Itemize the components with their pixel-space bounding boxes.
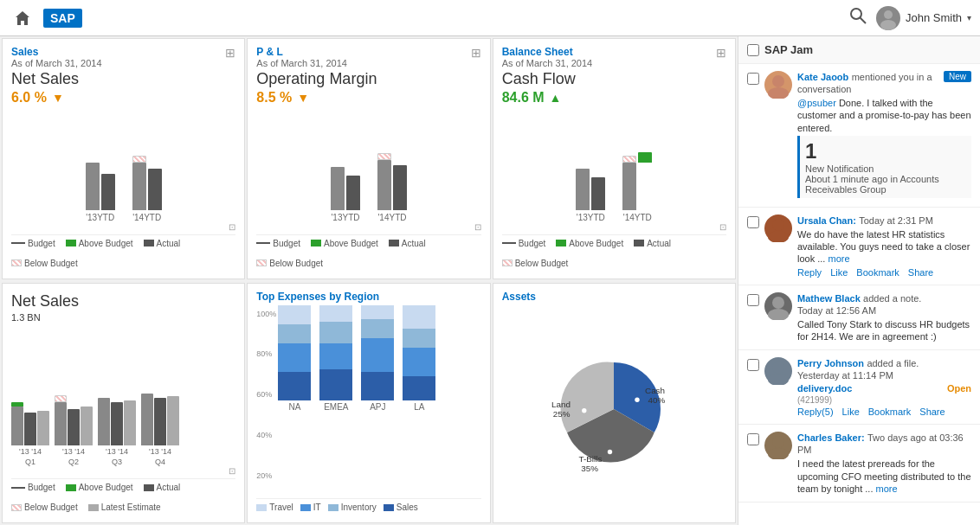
legend-sales: Sales [384, 503, 418, 512]
emea-inventory [319, 322, 352, 343]
q3-group: '13 '14 Q3 [98, 376, 136, 466]
mathew-name[interactable]: Mathew Black [797, 293, 861, 304]
bal-below-pattern [502, 259, 513, 266]
perry-reply[interactable]: Reply(5) [797, 407, 834, 417]
expenses-legend: Travel IT Inventory Sales [256, 498, 480, 515]
balance-title-block: Balance Sheet As of March 31, 2014 [502, 46, 593, 68]
ursala-row: Ursala Chan: Today at 2:31 PM We do have… [747, 214, 971, 278]
sales-kpi-label: Net Sales [11, 70, 235, 88]
ursala-name[interactable]: Ursala Chan: [797, 215, 856, 226]
bar-group-13ytd: '13YTD [86, 150, 115, 222]
charles-name[interactable]: Charles Baker: [797, 432, 865, 443]
user-name: John Smith [906, 11, 962, 24]
pl-bar-budget-14 [377, 160, 391, 210]
kate-checkbox[interactable] [747, 73, 759, 85]
perry-name[interactable]: Perry Johnson [797, 358, 864, 368]
charles-text: I need the latest prereads for the upcom… [797, 458, 971, 495]
ursala-reply[interactable]: Reply [797, 267, 822, 278]
balance-expand-icon[interactable]: ⊡ [502, 222, 726, 232]
ursala-checkbox[interactable] [747, 216, 759, 228]
kate-row: Kate Jaoob mentioned you in a conversati… [747, 71, 971, 200]
apj-travel [361, 305, 394, 320]
net-sales-q-label: Net Sales [11, 292, 235, 311]
sales-settings-icon[interactable]: ⊞ [225, 46, 235, 60]
na-sales [278, 372, 311, 400]
q4-estimate [167, 396, 179, 445]
q2-quarter: Q2 [68, 458, 79, 466]
svg-point-3 [880, 20, 896, 30]
perry-share[interactable]: Share [919, 407, 945, 417]
apj-inventory [361, 319, 394, 338]
ursala-share[interactable]: Share [908, 267, 933, 278]
charles-more[interactable]: more [876, 483, 898, 494]
balance-subtitle: As of March 31, 2014 [502, 58, 593, 68]
perry-checkbox[interactable] [747, 359, 759, 371]
perry-bookmark[interactable]: Bookmark [868, 407, 912, 417]
svg-point-2 [884, 10, 893, 19]
pl-settings-icon[interactable]: ⊞ [471, 46, 481, 60]
legend-above-budget: Above Budget [66, 239, 133, 248]
sales-expand-icon[interactable]: ⊡ [11, 222, 235, 232]
bal-legend-below: Below Budget [502, 259, 569, 268]
pl-expand-icon[interactable]: ⊡ [256, 222, 480, 232]
user-menu-chevron: ▾ [967, 13, 971, 22]
balance-legend: Budget Above Budget Actual Below Budget [502, 234, 726, 272]
pl-tile-header: P & L As of March 31, 2014 ⊞ [256, 46, 480, 68]
svg-point-12 [772, 436, 784, 448]
perry-file-open[interactable]: Open [947, 383, 971, 394]
ursala-bookmark[interactable]: Bookmark [856, 267, 899, 278]
pl-kpi-value: 8.5 % [256, 90, 292, 106]
perry-like[interactable]: Like [842, 407, 860, 417]
balance-bar-above [638, 152, 652, 163]
sidebar-select-all[interactable] [747, 44, 759, 56]
nsq-above: Above Budget [66, 483, 133, 492]
user-menu[interactable]: John Smith ▾ [876, 6, 971, 30]
ursala-more[interactable]: more [828, 253, 849, 264]
sales-title: Sales [11, 46, 102, 58]
kate-text: @psuber Done. I talked with the customer… [797, 97, 971, 134]
balance-settings-icon[interactable]: ⊞ [716, 46, 726, 60]
q2-budget [55, 402, 67, 445]
notif-sub: About 1 minute ago in Accounts Receivabl… [805, 174, 966, 195]
tbills-pct: 35% [582, 464, 599, 473]
q2-group: '13 '14 Q2 [55, 376, 93, 466]
q3-quarter: Q3 [112, 458, 122, 466]
pl-bar-budget-13 [331, 167, 345, 210]
nsq-below: Below Budget [11, 503, 78, 512]
mathew-checkbox[interactable] [747, 294, 759, 306]
perry-time: Yesterday at 11:14 PM [797, 370, 893, 381]
sidebar-header: SAP Jam [738, 36, 980, 64]
net-sales-q-expand[interactable]: ⊡ [11, 466, 235, 476]
la-sales [403, 376, 435, 400]
pl-bar-below [377, 153, 391, 160]
na-inventory [278, 324, 311, 343]
q1-quarter: Q1 [25, 458, 35, 466]
legend-budget: Budget [11, 239, 55, 248]
perry-file-name[interactable]: delivery.doc [797, 383, 852, 394]
pl-above-box [311, 240, 321, 246]
main-content: Sales As of March 31, 2014 ⊞ Net Sales 6… [0, 36, 980, 525]
emea-label: EMEA [324, 402, 348, 412]
nsq-estimate: Latest Estimate [88, 503, 161, 512]
ursala-like[interactable]: Like [830, 267, 848, 278]
svg-point-13 [768, 448, 789, 459]
sales-legend: Budget Above Budget Actual Below Budget [11, 234, 235, 272]
home-button[interactable] [9, 4, 36, 32]
ursala-avatar [764, 214, 792, 242]
tbills-dot [608, 450, 612, 454]
pl-actual-box [389, 240, 399, 246]
sap-logo: SAP [43, 9, 82, 28]
jam-item-kate: New Kate Jaoob mentioned you in a conver… [738, 64, 980, 208]
svg-point-10 [772, 362, 784, 374]
sales-chart: '13YTD '14YTD [11, 106, 235, 222]
search-button[interactable] [848, 6, 867, 29]
charles-checkbox[interactable] [747, 433, 759, 445]
land-dot [582, 408, 586, 413]
pl-bars-13ytd [331, 150, 360, 210]
kate-content: Kate Jaoob mentioned you in a conversati… [797, 71, 971, 200]
perry-file-info: (421999) [797, 395, 971, 405]
net-sales-q-sub: 1.3 BN [11, 312, 235, 323]
balance-chart: '13YTD '14YTD [502, 106, 726, 222]
top-tile-row: Sales As of March 31, 2014 ⊞ Net Sales 6… [0, 36, 738, 281]
kate-name[interactable]: Kate Jaoob [797, 72, 848, 82]
